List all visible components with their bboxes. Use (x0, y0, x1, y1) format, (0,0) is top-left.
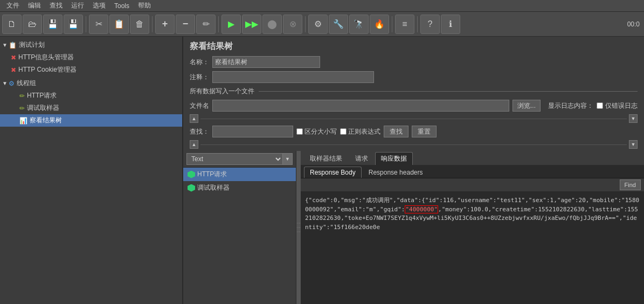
tree-label-test-plan: 测试计划 (19, 40, 45, 50)
response-toolbar: Find (301, 178, 644, 192)
test-plan-icon: 📋 (9, 42, 17, 49)
collapse-btn-1[interactable]: ▲ (190, 114, 198, 123)
response-content: {"code":0,"msg":"成功调用","data":{"id":116,… (303, 194, 642, 234)
remote-button[interactable]: 🔭 (349, 15, 369, 34)
panel-title: 察看结果树 (183, 37, 644, 54)
file-row: 文件名 浏览... 显示日志内容： 仅错误日志 (183, 98, 644, 113)
collapse-btn-2[interactable]: ▲ (190, 140, 198, 149)
grip-dots-icon: ⋮⋮⋮ (296, 221, 301, 234)
collapse-line-1 (200, 119, 627, 119)
tree-item-thread-group[interactable]: ▼ ⚙ 线程组 (0, 77, 182, 89)
tab-sampler-result[interactable]: 取样器结果 (304, 152, 348, 165)
search-input[interactable] (212, 126, 293, 137)
comment-input[interactable] (212, 71, 374, 83)
settings2-button[interactable]: 🔧 (329, 15, 348, 34)
tree-item-debug-sampler[interactable]: ✏ 调试取样器 (0, 102, 182, 114)
case-sensitive-label: 区分大小写 (296, 127, 337, 136)
collapse-row-1: ▲ ▼ (183, 113, 644, 124)
tab-request[interactable]: 请求 (349, 152, 374, 165)
subtab-response-body[interactable]: Response Body (304, 167, 362, 178)
tree-label-http-cookie: HTTP Cookie管理器 (18, 65, 77, 74)
sep5 (392, 16, 392, 32)
http-cookie-icon: ✖ (11, 66, 16, 74)
search-row: 查找： 区分大小写 正则表达式 查找 重置 (183, 124, 644, 139)
menu-help[interactable]: 帮助 (134, 0, 155, 11)
run-button[interactable]: ▶ (221, 15, 241, 34)
right-panel: 察看结果树 名称： 注释： 所有数据写入一个文件 文件名 浏览... 显示日志内… (183, 37, 644, 304)
menu-bar: 文件 编辑 查找 运行 选项 Tools 帮助 (0, 0, 644, 12)
tree-item-http-header[interactable]: ✖ HTTP信息头管理器 (0, 51, 182, 64)
collapse-row-2: ▲ ▼ (183, 139, 644, 150)
sep3 (218, 16, 219, 32)
find-button[interactable]: Find (620, 179, 641, 190)
remove-button[interactable]: − (176, 15, 195, 34)
tree-label-thread-group: 线程组 (17, 79, 36, 88)
thread-group-icon: ⚙ (9, 80, 15, 87)
result-item-debug-sampler[interactable]: 调试取样器 (183, 181, 296, 195)
tree-label-view-result-tree: 察看结果树 (30, 116, 62, 125)
highlight-gqid: "4000000" (405, 205, 438, 213)
delete-button[interactable]: 🗑 (130, 15, 149, 34)
reset-button[interactable]: 重置 (412, 126, 437, 137)
dropdown-arrow-icon[interactable]: ▼ (283, 153, 293, 165)
pencil-button[interactable]: ✏ (196, 15, 216, 34)
tree-item-test-plan[interactable]: ▼ 📋 测试计划 (0, 39, 182, 51)
stop-button[interactable]: ⬤ (262, 15, 282, 34)
help-button[interactable]: ? (420, 15, 440, 34)
filename-input[interactable] (212, 100, 509, 112)
menu-edit[interactable]: 编辑 (24, 0, 45, 11)
add-button[interactable]: + (155, 15, 175, 34)
case-sensitive-checkbox[interactable] (296, 128, 303, 135)
only-error-row: 仅错误日志 (597, 101, 638, 110)
saveas-button[interactable]: 💾 (64, 15, 83, 34)
collapse-line-2 (200, 144, 627, 145)
name-input[interactable] (212, 56, 320, 68)
menu-options[interactable]: 选项 (88, 0, 110, 11)
menu-file[interactable]: 文件 (2, 0, 24, 11)
only-error-checkbox[interactable] (597, 102, 603, 109)
sep6 (417, 16, 418, 32)
menu-run[interactable]: 运行 (67, 0, 88, 11)
sep1 (86, 16, 86, 32)
collapse-icon-thread-group: ▼ (2, 80, 8, 86)
shutdown-button[interactable]: ⊗ (283, 15, 302, 34)
main-layout: ▼ 📋 测试计划 ✖ HTTP信息头管理器 ✖ HTTP Cookie管理器 ▼… (0, 37, 644, 304)
new-button[interactable]: 🗋 (2, 15, 22, 34)
response-subtab-bar: Response Body Response headers (301, 165, 644, 178)
result-item-http-request[interactable]: HTTP请求 (183, 168, 296, 181)
regex-checkbox[interactable] (340, 128, 347, 135)
browse-button[interactable]: 浏览... (513, 100, 541, 112)
copy-button[interactable]: 📋 (109, 15, 129, 34)
tree-item-http-request[interactable]: ✏ HTTP请求 (0, 89, 182, 102)
list-button[interactable]: ≡ (395, 15, 414, 34)
flame-button[interactable]: 🔥 (370, 15, 389, 34)
search-button[interactable]: 查找 (384, 126, 408, 137)
open-button[interactable]: 🗁 (23, 15, 42, 34)
regex-label: 正则表达式 (340, 127, 380, 136)
cut-button[interactable]: ✂ (89, 15, 108, 34)
settings1-button[interactable]: ⚙ (308, 15, 328, 34)
sep4 (305, 16, 306, 32)
save-button[interactable]: 💾 (43, 15, 63, 34)
resize-handle[interactable]: ⋮⋮⋮ (296, 151, 301, 304)
view-result-tree-icon: 📊 (19, 117, 27, 125)
search-label: 查找： (190, 127, 209, 136)
start-button[interactable]: ▶▶ (242, 15, 261, 34)
menu-tools[interactable]: Tools (110, 1, 134, 11)
subtab-response-headers[interactable]: Response headers (363, 167, 429, 178)
expand-btn-1[interactable]: ▼ (629, 114, 638, 123)
all-data-label: 所有数据写入一个文件 (190, 87, 254, 96)
name-label: 名称： (190, 58, 209, 67)
format-dropdown[interactable]: Text (186, 153, 283, 165)
info-button[interactable]: ℹ (441, 15, 460, 34)
response-body[interactable]: {"code":0,"msg":"成功调用","data":{"id":116,… (301, 192, 644, 304)
tree-item-view-result-tree[interactable]: 📊 察看结果树 (0, 114, 182, 127)
tab-response-data[interactable]: 响应数据 (375, 152, 413, 165)
dropdown-row: Text ▼ (183, 151, 296, 168)
tree-label-debug-sampler: 调试取样器 (27, 103, 59, 113)
http-request-icon: ✏ (19, 92, 25, 100)
tree-item-http-cookie[interactable]: ✖ HTTP Cookie管理器 (0, 64, 182, 76)
debug-sampler-status-icon (188, 184, 195, 192)
menu-find[interactable]: 查找 (45, 0, 67, 11)
expand-btn-2[interactable]: ▼ (629, 140, 638, 149)
